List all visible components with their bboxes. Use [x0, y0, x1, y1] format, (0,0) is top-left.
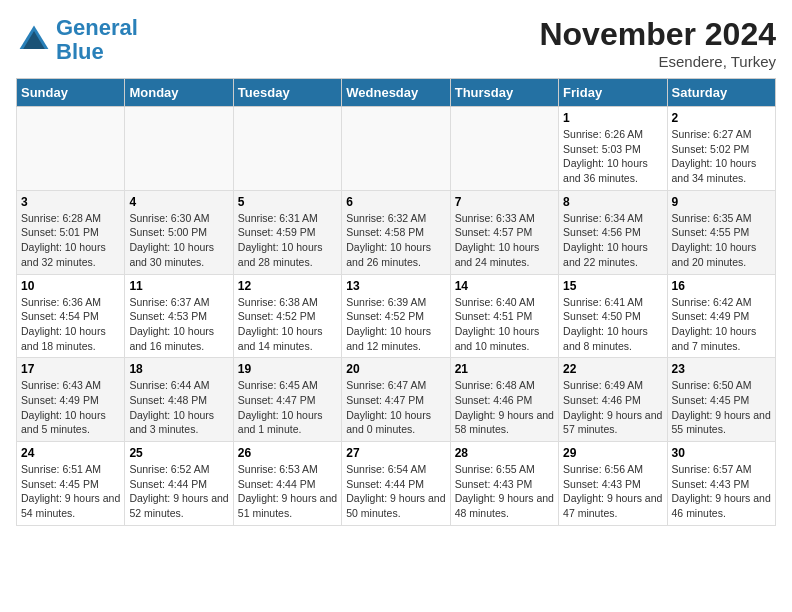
- calendar-cell: 21Sunrise: 6:48 AMSunset: 4:46 PMDayligh…: [450, 358, 558, 442]
- day-info: Sunrise: 6:31 AMSunset: 4:59 PMDaylight:…: [238, 211, 337, 270]
- calendar-cell: 5Sunrise: 6:31 AMSunset: 4:59 PMDaylight…: [233, 190, 341, 274]
- calendar-cell: 15Sunrise: 6:41 AMSunset: 4:50 PMDayligh…: [559, 274, 667, 358]
- week-row-1: 1Sunrise: 6:26 AMSunset: 5:03 PMDaylight…: [17, 107, 776, 191]
- day-number: 2: [672, 111, 771, 125]
- day-info: Sunrise: 6:47 AMSunset: 4:47 PMDaylight:…: [346, 378, 445, 437]
- logo-icon: [16, 22, 52, 58]
- week-row-3: 10Sunrise: 6:36 AMSunset: 4:54 PMDayligh…: [17, 274, 776, 358]
- page-header: General Blue November 2024 Esendere, Tur…: [16, 16, 776, 70]
- day-info: Sunrise: 6:55 AMSunset: 4:43 PMDaylight:…: [455, 462, 554, 521]
- calendar-cell: 29Sunrise: 6:56 AMSunset: 4:43 PMDayligh…: [559, 442, 667, 526]
- day-number: 4: [129, 195, 228, 209]
- day-info: Sunrise: 6:57 AMSunset: 4:43 PMDaylight:…: [672, 462, 771, 521]
- day-info: Sunrise: 6:30 AMSunset: 5:00 PMDaylight:…: [129, 211, 228, 270]
- day-number: 15: [563, 279, 662, 293]
- day-number: 1: [563, 111, 662, 125]
- day-number: 30: [672, 446, 771, 460]
- day-number: 19: [238, 362, 337, 376]
- day-info: Sunrise: 6:28 AMSunset: 5:01 PMDaylight:…: [21, 211, 120, 270]
- day-info: Sunrise: 6:56 AMSunset: 4:43 PMDaylight:…: [563, 462, 662, 521]
- calendar-cell: 10Sunrise: 6:36 AMSunset: 4:54 PMDayligh…: [17, 274, 125, 358]
- day-number: 16: [672, 279, 771, 293]
- week-row-4: 17Sunrise: 6:43 AMSunset: 4:49 PMDayligh…: [17, 358, 776, 442]
- day-info: Sunrise: 6:35 AMSunset: 4:55 PMDaylight:…: [672, 211, 771, 270]
- day-number: 14: [455, 279, 554, 293]
- calendar-cell: 26Sunrise: 6:53 AMSunset: 4:44 PMDayligh…: [233, 442, 341, 526]
- day-info: Sunrise: 6:51 AMSunset: 4:45 PMDaylight:…: [21, 462, 120, 521]
- day-info: Sunrise: 6:40 AMSunset: 4:51 PMDaylight:…: [455, 295, 554, 354]
- calendar-cell: 12Sunrise: 6:38 AMSunset: 4:52 PMDayligh…: [233, 274, 341, 358]
- day-info: Sunrise: 6:37 AMSunset: 4:53 PMDaylight:…: [129, 295, 228, 354]
- calendar-cell: 16Sunrise: 6:42 AMSunset: 4:49 PMDayligh…: [667, 274, 775, 358]
- calendar-cell: 4Sunrise: 6:30 AMSunset: 5:00 PMDaylight…: [125, 190, 233, 274]
- day-info: Sunrise: 6:27 AMSunset: 5:02 PMDaylight:…: [672, 127, 771, 186]
- day-number: 28: [455, 446, 554, 460]
- day-info: Sunrise: 6:44 AMSunset: 4:48 PMDaylight:…: [129, 378, 228, 437]
- day-info: Sunrise: 6:33 AMSunset: 4:57 PMDaylight:…: [455, 211, 554, 270]
- calendar-cell: 27Sunrise: 6:54 AMSunset: 4:44 PMDayligh…: [342, 442, 450, 526]
- calendar-header-row: SundayMondayTuesdayWednesdayThursdayFrid…: [17, 79, 776, 107]
- day-number: 18: [129, 362, 228, 376]
- calendar-cell: 14Sunrise: 6:40 AMSunset: 4:51 PMDayligh…: [450, 274, 558, 358]
- calendar-cell: [450, 107, 558, 191]
- calendar-cell: 7Sunrise: 6:33 AMSunset: 4:57 PMDaylight…: [450, 190, 558, 274]
- calendar-cell: 17Sunrise: 6:43 AMSunset: 4:49 PMDayligh…: [17, 358, 125, 442]
- calendar-cell: 18Sunrise: 6:44 AMSunset: 4:48 PMDayligh…: [125, 358, 233, 442]
- column-header-thursday: Thursday: [450, 79, 558, 107]
- day-info: Sunrise: 6:38 AMSunset: 4:52 PMDaylight:…: [238, 295, 337, 354]
- day-number: 13: [346, 279, 445, 293]
- column-header-sunday: Sunday: [17, 79, 125, 107]
- column-header-saturday: Saturday: [667, 79, 775, 107]
- day-number: 5: [238, 195, 337, 209]
- day-info: Sunrise: 6:43 AMSunset: 4:49 PMDaylight:…: [21, 378, 120, 437]
- day-number: 26: [238, 446, 337, 460]
- calendar-cell: 30Sunrise: 6:57 AMSunset: 4:43 PMDayligh…: [667, 442, 775, 526]
- day-info: Sunrise: 6:50 AMSunset: 4:45 PMDaylight:…: [672, 378, 771, 437]
- calendar-table: SundayMondayTuesdayWednesdayThursdayFrid…: [16, 78, 776, 526]
- calendar-cell: 25Sunrise: 6:52 AMSunset: 4:44 PMDayligh…: [125, 442, 233, 526]
- logo-text: General Blue: [56, 16, 138, 64]
- calendar-cell: [17, 107, 125, 191]
- day-number: 25: [129, 446, 228, 460]
- calendar-cell: [233, 107, 341, 191]
- day-number: 10: [21, 279, 120, 293]
- day-info: Sunrise: 6:42 AMSunset: 4:49 PMDaylight:…: [672, 295, 771, 354]
- calendar-cell: 9Sunrise: 6:35 AMSunset: 4:55 PMDaylight…: [667, 190, 775, 274]
- day-info: Sunrise: 6:36 AMSunset: 4:54 PMDaylight:…: [21, 295, 120, 354]
- column-header-friday: Friday: [559, 79, 667, 107]
- calendar-cell: 20Sunrise: 6:47 AMSunset: 4:47 PMDayligh…: [342, 358, 450, 442]
- day-number: 3: [21, 195, 120, 209]
- calendar-cell: 23Sunrise: 6:50 AMSunset: 4:45 PMDayligh…: [667, 358, 775, 442]
- logo: General Blue: [16, 16, 138, 64]
- day-number: 7: [455, 195, 554, 209]
- calendar-cell: 1Sunrise: 6:26 AMSunset: 5:03 PMDaylight…: [559, 107, 667, 191]
- calendar-cell: 2Sunrise: 6:27 AMSunset: 5:02 PMDaylight…: [667, 107, 775, 191]
- day-info: Sunrise: 6:41 AMSunset: 4:50 PMDaylight:…: [563, 295, 662, 354]
- day-number: 22: [563, 362, 662, 376]
- title-block: November 2024 Esendere, Turkey: [539, 16, 776, 70]
- week-row-2: 3Sunrise: 6:28 AMSunset: 5:01 PMDaylight…: [17, 190, 776, 274]
- day-info: Sunrise: 6:26 AMSunset: 5:03 PMDaylight:…: [563, 127, 662, 186]
- calendar-cell: 13Sunrise: 6:39 AMSunset: 4:52 PMDayligh…: [342, 274, 450, 358]
- day-number: 9: [672, 195, 771, 209]
- day-number: 21: [455, 362, 554, 376]
- day-info: Sunrise: 6:34 AMSunset: 4:56 PMDaylight:…: [563, 211, 662, 270]
- column-header-monday: Monday: [125, 79, 233, 107]
- day-number: 6: [346, 195, 445, 209]
- calendar-cell: 22Sunrise: 6:49 AMSunset: 4:46 PMDayligh…: [559, 358, 667, 442]
- day-info: Sunrise: 6:32 AMSunset: 4:58 PMDaylight:…: [346, 211, 445, 270]
- day-number: 11: [129, 279, 228, 293]
- calendar-cell: 24Sunrise: 6:51 AMSunset: 4:45 PMDayligh…: [17, 442, 125, 526]
- day-info: Sunrise: 6:45 AMSunset: 4:47 PMDaylight:…: [238, 378, 337, 437]
- calendar-cell: 19Sunrise: 6:45 AMSunset: 4:47 PMDayligh…: [233, 358, 341, 442]
- day-number: 27: [346, 446, 445, 460]
- day-number: 12: [238, 279, 337, 293]
- calendar-cell: 8Sunrise: 6:34 AMSunset: 4:56 PMDaylight…: [559, 190, 667, 274]
- day-number: 24: [21, 446, 120, 460]
- calendar-cell: [342, 107, 450, 191]
- calendar-cell: [125, 107, 233, 191]
- day-info: Sunrise: 6:48 AMSunset: 4:46 PMDaylight:…: [455, 378, 554, 437]
- calendar-cell: 28Sunrise: 6:55 AMSunset: 4:43 PMDayligh…: [450, 442, 558, 526]
- calendar-cell: 3Sunrise: 6:28 AMSunset: 5:01 PMDaylight…: [17, 190, 125, 274]
- calendar-cell: 11Sunrise: 6:37 AMSunset: 4:53 PMDayligh…: [125, 274, 233, 358]
